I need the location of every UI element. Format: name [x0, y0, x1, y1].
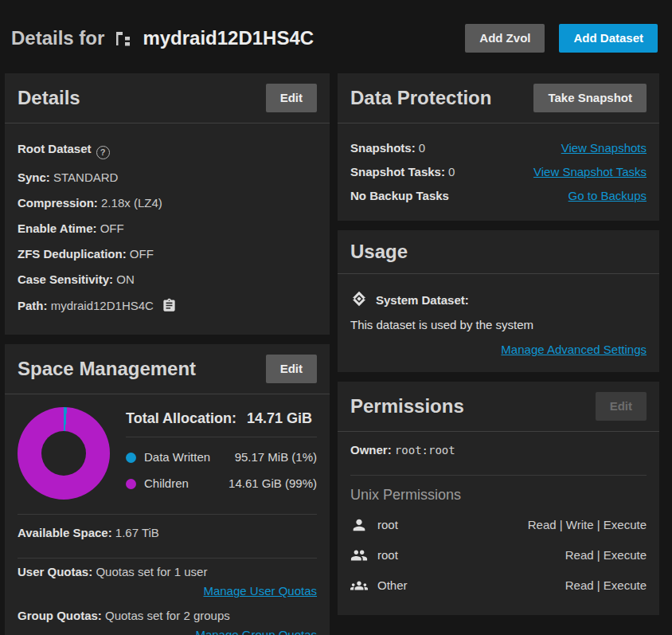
copy-icon[interactable]: [162, 298, 177, 316]
permissions-card: Permissions Edit Owner: root:root Unix P…: [338, 382, 659, 615]
user-quotas-row: User Quotas: Quotas set for 1 user: [18, 560, 317, 582]
field-case-sensitivity: Case Sensitivity: ON: [18, 267, 317, 292]
space-management-header: Space Management Edit: [5, 344, 330, 394]
data-protection-header: Data Protection Take Snapshot: [338, 73, 659, 123]
allocation-legend: Total Allocation: 14.71 GiB Data Written…: [126, 407, 317, 490]
people-icon: [350, 547, 368, 564]
field-enable-atime: Enable Atime: OFF: [18, 216, 317, 241]
user-quotas-block: User Quotas: Quotas set for 1 user Manag…: [5, 559, 330, 635]
snapshots-row: Snapshots: 0 View Snapshots: [350, 136, 647, 160]
take-snapshot-button[interactable]: Take Snapshot: [533, 84, 647, 112]
space-edit-button[interactable]: Edit: [266, 355, 317, 383]
backup-tasks-row: No Backup Tasks Go to Backups: [350, 184, 647, 208]
space-chart-area: Total Allocation: 14.71 GiB Data Written…: [5, 394, 330, 506]
add-dataset-button[interactable]: Add Dataset: [559, 24, 658, 53]
usage-header: Usage: [338, 230, 659, 274]
field-root-dataset: Root Dataset?: [18, 136, 317, 165]
allocation-donut-chart: [18, 407, 110, 500]
page-title: Details for mydraid12D1HS4C: [11, 27, 314, 49]
available-space-row: Available Space: 1.67 TiB: [5, 515, 330, 550]
manage-user-quotas-link[interactable]: Manage User Quotas: [203, 584, 317, 598]
data-protection-title: Data Protection: [350, 87, 491, 109]
usage-body: System Dataset: This dataset is used by …: [338, 274, 659, 372]
legend-row-children: Children 14.61 GiB (99%): [126, 464, 317, 490]
owner-value: root:root: [395, 444, 455, 457]
page-header: Details for mydraid12D1HS4C Add Zvol Add…: [0, 0, 672, 73]
donut-hole: [41, 431, 86, 476]
unix-permissions-list: root Read | Write | Execute root Read | …: [338, 508, 659, 615]
person-icon: [350, 516, 368, 534]
manage-group-quotas-row: Manage Group Quotas: [18, 626, 317, 635]
total-allocation-value: 14.71 GiB: [247, 410, 312, 426]
system-dataset-icon: [350, 290, 368, 310]
help-icon[interactable]: ?: [96, 146, 110, 159]
add-zvol-button[interactable]: Add Zvol: [465, 24, 545, 53]
legend-row-data-written: Data Written 95.17 MiB (1%): [126, 437, 317, 464]
space-management-title: Space Management: [18, 358, 196, 380]
field-path: Path: mydraid12D1HS4C: [18, 292, 317, 322]
perm-row-other: Other Read | Execute: [350, 570, 647, 601]
system-dataset-label: System Dataset:: [376, 293, 469, 307]
page-title-prefix: Details for: [11, 27, 104, 49]
usage-title: Usage: [350, 241, 408, 263]
data-written-dot: [126, 453, 136, 463]
usage-card: Usage System Dataset: This: [338, 230, 659, 372]
permissions-edit-button[interactable]: Edit: [596, 392, 647, 421]
groups-icon: [350, 577, 368, 594]
manage-group-quotas-link[interactable]: Manage Group Quotas: [195, 628, 317, 635]
view-snapshot-tasks-link[interactable]: View Snapshot Tasks: [533, 165, 647, 179]
owner-row: Owner: root:root: [338, 432, 659, 467]
details-card-title: Details: [18, 87, 80, 109]
details-edit-button[interactable]: Edit: [266, 84, 317, 112]
system-dataset-row: System Dataset:: [350, 287, 647, 316]
details-card-header: Details Edit: [5, 73, 330, 123]
details-card-body: Root Dataset? Sync: STANDARD Compression…: [5, 123, 330, 335]
snapshot-tasks-row: Snapshot Tasks: 0 View Snapshot Tasks: [350, 160, 647, 184]
permissions-header: Permissions Edit: [338, 382, 659, 432]
space-management-card: Space Management Edit Total Allocation: …: [5, 344, 330, 635]
right-column: Data Protection Take Snapshot Snapshots:…: [338, 73, 659, 615]
field-compression: Compression: 2.18x (LZ4): [18, 190, 317, 216]
content-columns: Details Edit Root Dataset? Sync: STANDAR…: [5, 73, 659, 635]
go-to-backups-link[interactable]: Go to Backups: [568, 189, 647, 203]
unix-permissions-title: Unix Permissions: [338, 476, 659, 508]
permissions-title: Permissions: [350, 395, 464, 417]
group-quotas-row: Group Quotas: Quotas set for 2 groups: [18, 604, 317, 626]
children-dot: [126, 479, 136, 489]
header-buttons: Add Zvol Add Dataset: [465, 24, 658, 53]
view-snapshots-link[interactable]: View Snapshots: [561, 141, 647, 155]
manage-advanced-settings-link[interactable]: Manage Advanced Settings: [501, 343, 647, 356]
perm-row-group: root Read | Execute: [350, 540, 647, 570]
details-card: Details Edit Root Dataset? Sync: STANDAR…: [5, 73, 330, 335]
dataset-icon: [114, 29, 133, 48]
perm-row-user: root Read | Write | Execute: [350, 510, 647, 540]
data-protection-body: Snapshots: 0 View Snapshots Snapshot Tas…: [338, 123, 659, 221]
total-allocation-row: Total Allocation: 14.71 GiB: [126, 410, 317, 437]
usage-description: This dataset is used by the system: [350, 316, 647, 339]
dataset-name: mydraid12D1HS4C: [143, 27, 314, 49]
field-sync: Sync: STANDARD: [18, 165, 317, 190]
left-column: Details Edit Root Dataset? Sync: STANDAR…: [5, 73, 330, 635]
field-zfs-deduplication: ZFS Deduplication: OFF: [18, 241, 317, 267]
manage-user-quotas-row: Manage User Quotas: [18, 582, 317, 604]
data-protection-card: Data Protection Take Snapshot Snapshots:…: [338, 73, 659, 221]
